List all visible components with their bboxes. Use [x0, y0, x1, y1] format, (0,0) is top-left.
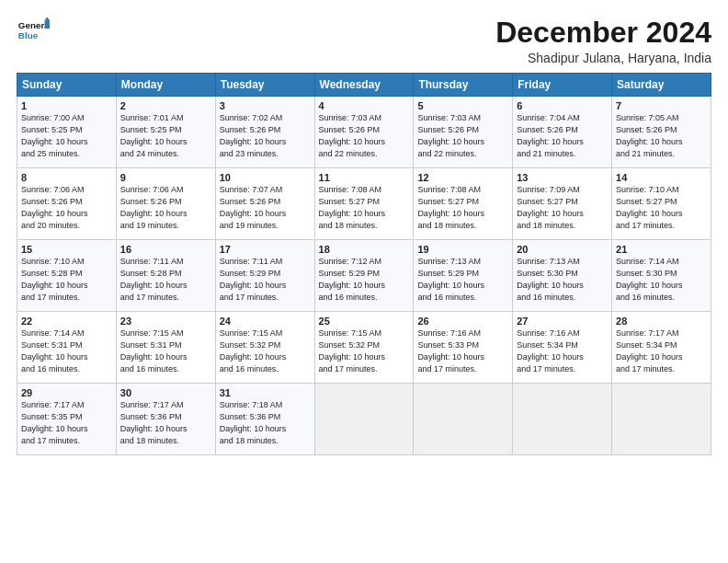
day-number: 4 — [319, 100, 410, 111]
day-number: 24 — [220, 316, 311, 327]
table-row: 26Sunrise: 7:16 AM Sunset: 5:33 PM Dayli… — [414, 312, 513, 384]
day-number: 23 — [120, 316, 211, 327]
main-title: December 2024 — [495, 17, 711, 49]
svg-text:Blue: Blue — [18, 30, 39, 40]
day-number: 28 — [616, 316, 707, 327]
day-number: 27 — [517, 316, 608, 327]
col-sunday: Sunday — [17, 74, 117, 97]
day-number: 8 — [21, 172, 112, 183]
day-number: 13 — [517, 172, 608, 183]
table-row: 4Sunrise: 7:03 AM Sunset: 5:26 PM Daylig… — [314, 97, 414, 168]
col-monday: Monday — [116, 74, 215, 97]
table-row: 27Sunrise: 7:16 AM Sunset: 5:34 PM Dayli… — [513, 312, 612, 384]
day-info: Sunrise: 7:02 AM Sunset: 5:26 PM Dayligh… — [220, 112, 311, 160]
col-wednesday: Wednesday — [314, 74, 414, 97]
table-row — [414, 384, 513, 455]
table-row: 20Sunrise: 7:13 AM Sunset: 5:30 PM Dayli… — [513, 240, 612, 312]
day-number: 16 — [120, 244, 211, 255]
day-number: 31 — [220, 387, 311, 398]
table-row: 3Sunrise: 7:02 AM Sunset: 5:26 PM Daylig… — [215, 97, 314, 168]
table-row: 19Sunrise: 7:13 AM Sunset: 5:29 PM Dayli… — [414, 240, 513, 312]
day-number: 22 — [21, 316, 112, 327]
day-info: Sunrise: 7:09 AM Sunset: 5:27 PM Dayligh… — [517, 184, 608, 232]
table-row: 15Sunrise: 7:10 AM Sunset: 5:28 PM Dayli… — [17, 240, 117, 312]
table-row: 16Sunrise: 7:11 AM Sunset: 5:28 PM Dayli… — [116, 240, 215, 312]
day-number: 10 — [220, 172, 311, 183]
table-row: 10Sunrise: 7:07 AM Sunset: 5:26 PM Dayli… — [215, 168, 314, 240]
day-number: 19 — [417, 244, 508, 255]
day-number: 2 — [120, 100, 211, 111]
day-info: Sunrise: 7:11 AM Sunset: 5:28 PM Dayligh… — [120, 256, 211, 304]
day-info: Sunrise: 7:01 AM Sunset: 5:25 PM Dayligh… — [120, 112, 211, 160]
table-row: 23Sunrise: 7:15 AM Sunset: 5:31 PM Dayli… — [116, 312, 215, 384]
day-info: Sunrise: 7:14 AM Sunset: 5:30 PM Dayligh… — [616, 256, 707, 304]
day-info: Sunrise: 7:15 AM Sunset: 5:31 PM Dayligh… — [120, 327, 211, 375]
day-info: Sunrise: 7:13 AM Sunset: 5:29 PM Dayligh… — [417, 256, 508, 304]
day-info: Sunrise: 7:15 AM Sunset: 5:32 PM Dayligh… — [220, 327, 311, 375]
svg-marker-3 — [45, 17, 50, 21]
table-row: 28Sunrise: 7:17 AM Sunset: 5:34 PM Dayli… — [612, 312, 711, 384]
day-number: 17 — [220, 244, 311, 255]
day-number: 15 — [21, 244, 112, 255]
day-number: 25 — [319, 316, 410, 327]
day-number: 5 — [417, 100, 508, 111]
table-row: 29Sunrise: 7:17 AM Sunset: 5:35 PM Dayli… — [17, 384, 117, 455]
day-info: Sunrise: 7:06 AM Sunset: 5:26 PM Dayligh… — [21, 184, 112, 232]
table-row — [314, 384, 414, 455]
svg-marker-2 — [45, 20, 50, 29]
day-number: 30 — [120, 387, 211, 398]
calendar-table: Sunday Monday Tuesday Wednesday Thursday… — [17, 73, 711, 455]
day-info: Sunrise: 7:16 AM Sunset: 5:33 PM Dayligh… — [417, 327, 508, 375]
table-row: 31Sunrise: 7:18 AM Sunset: 5:36 PM Dayli… — [215, 384, 314, 455]
day-info: Sunrise: 7:08 AM Sunset: 5:27 PM Dayligh… — [417, 184, 508, 232]
day-number: 21 — [616, 244, 707, 255]
day-info: Sunrise: 7:17 AM Sunset: 5:35 PM Dayligh… — [21, 399, 112, 447]
calendar-week-row: 8Sunrise: 7:06 AM Sunset: 5:26 PM Daylig… — [17, 168, 711, 240]
day-number: 1 — [21, 100, 112, 111]
table-row: 18Sunrise: 7:12 AM Sunset: 5:29 PM Dayli… — [314, 240, 414, 312]
table-row: 17Sunrise: 7:11 AM Sunset: 5:29 PM Dayli… — [215, 240, 314, 312]
calendar-page: General Blue December 2024 Shadipur Jula… — [0, 0, 728, 563]
day-info: Sunrise: 7:17 AM Sunset: 5:36 PM Dayligh… — [120, 399, 211, 447]
day-info: Sunrise: 7:03 AM Sunset: 5:26 PM Dayligh… — [319, 112, 410, 160]
day-info: Sunrise: 7:04 AM Sunset: 5:26 PM Dayligh… — [517, 112, 608, 160]
day-info: Sunrise: 7:13 AM Sunset: 5:30 PM Dayligh… — [517, 256, 608, 304]
calendar-week-row: 15Sunrise: 7:10 AM Sunset: 5:28 PM Dayli… — [17, 240, 711, 312]
col-saturday: Saturday — [612, 74, 711, 97]
day-number: 9 — [120, 172, 211, 183]
table-row: 5Sunrise: 7:03 AM Sunset: 5:26 PM Daylig… — [414, 97, 513, 168]
day-info: Sunrise: 7:03 AM Sunset: 5:26 PM Dayligh… — [417, 112, 508, 160]
day-info: Sunrise: 7:14 AM Sunset: 5:31 PM Dayligh… — [21, 327, 112, 375]
table-row: 21Sunrise: 7:14 AM Sunset: 5:30 PM Dayli… — [612, 240, 711, 312]
day-number: 11 — [319, 172, 410, 183]
table-row: 14Sunrise: 7:10 AM Sunset: 5:27 PM Dayli… — [612, 168, 711, 240]
day-info: Sunrise: 7:11 AM Sunset: 5:29 PM Dayligh… — [220, 256, 311, 304]
table-row: 8Sunrise: 7:06 AM Sunset: 5:26 PM Daylig… — [17, 168, 117, 240]
day-info: Sunrise: 7:17 AM Sunset: 5:34 PM Dayligh… — [616, 327, 707, 375]
day-number: 12 — [417, 172, 508, 183]
day-info: Sunrise: 7:15 AM Sunset: 5:32 PM Dayligh… — [319, 327, 410, 375]
table-row: 11Sunrise: 7:08 AM Sunset: 5:27 PM Dayli… — [314, 168, 414, 240]
table-row: 12Sunrise: 7:08 AM Sunset: 5:27 PM Dayli… — [414, 168, 513, 240]
calendar-week-row: 22Sunrise: 7:14 AM Sunset: 5:31 PM Dayli… — [17, 312, 711, 384]
calendar-week-row: 29Sunrise: 7:17 AM Sunset: 5:35 PM Dayli… — [17, 384, 711, 455]
day-info: Sunrise: 7:16 AM Sunset: 5:34 PM Dayligh… — [517, 327, 608, 375]
day-number: 20 — [517, 244, 608, 255]
day-info: Sunrise: 7:10 AM Sunset: 5:27 PM Dayligh… — [616, 184, 707, 232]
title-block: December 2024 Shadipur Julana, Haryana, … — [495, 17, 711, 65]
day-info: Sunrise: 7:08 AM Sunset: 5:27 PM Dayligh… — [319, 184, 410, 232]
col-thursday: Thursday — [414, 74, 513, 97]
calendar-header-row: Sunday Monday Tuesday Wednesday Thursday… — [17, 74, 711, 97]
table-row: 22Sunrise: 7:14 AM Sunset: 5:31 PM Dayli… — [17, 312, 117, 384]
subtitle: Shadipur Julana, Haryana, India — [495, 51, 711, 65]
logo-icon: General Blue — [17, 17, 50, 42]
day-info: Sunrise: 7:06 AM Sunset: 5:26 PM Dayligh… — [120, 184, 211, 232]
table-row: 1Sunrise: 7:00 AM Sunset: 5:25 PM Daylig… — [17, 97, 117, 168]
day-number: 18 — [319, 244, 410, 255]
day-info: Sunrise: 7:07 AM Sunset: 5:26 PM Dayligh… — [220, 184, 311, 232]
table-row: 24Sunrise: 7:15 AM Sunset: 5:32 PM Dayli… — [215, 312, 314, 384]
table-row: 25Sunrise: 7:15 AM Sunset: 5:32 PM Dayli… — [314, 312, 414, 384]
day-number: 29 — [21, 387, 112, 398]
logo: General Blue — [17, 17, 51, 42]
day-info: Sunrise: 7:05 AM Sunset: 5:26 PM Dayligh… — [616, 112, 707, 160]
